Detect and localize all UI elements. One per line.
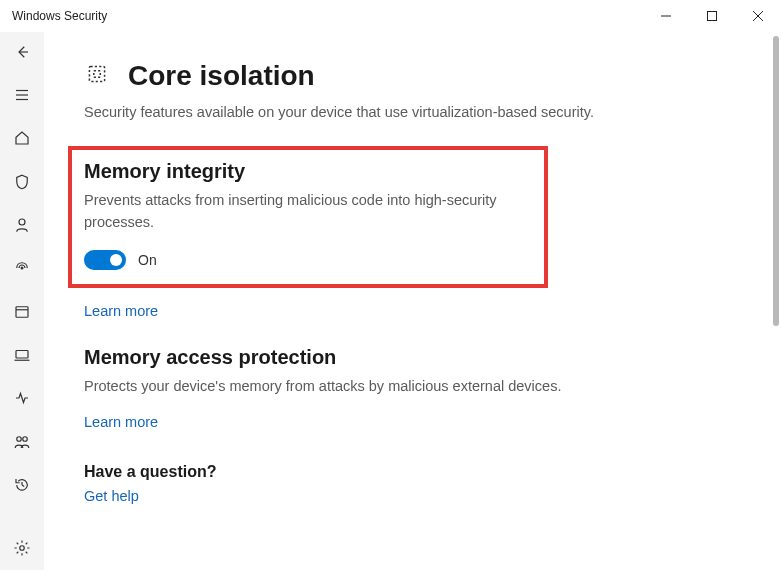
window-controls (643, 0, 781, 32)
app-browser-icon[interactable] (2, 300, 42, 323)
svg-point-8 (19, 219, 25, 225)
memory-access-title: Memory access protection (84, 346, 644, 369)
close-button[interactable] (735, 0, 781, 32)
page-subtitle: Security features available on your devi… (84, 102, 644, 124)
page-title: Core isolation (128, 60, 315, 92)
title-bar: Windows Security (0, 0, 781, 32)
device-security-icon[interactable] (2, 343, 42, 366)
main-content: Core isolation Security features availab… (44, 32, 781, 570)
svg-rect-1 (708, 12, 717, 21)
shield-icon[interactable] (2, 170, 42, 193)
memory-integrity-title: Memory integrity (84, 160, 532, 183)
svg-rect-12 (16, 350, 28, 358)
chip-icon (84, 61, 110, 91)
svg-line-17 (22, 485, 24, 487)
svg-point-18 (20, 546, 25, 551)
scrollbar-track[interactable] (773, 36, 779, 564)
memory-integrity-highlight: Memory integrity Prevents attacks from i… (68, 146, 548, 288)
memory-integrity-desc: Prevents attacks from inserting maliciou… (84, 189, 532, 234)
svg-point-9 (21, 267, 23, 269)
svg-rect-19 (89, 66, 104, 81)
minimize-button[interactable] (643, 0, 689, 32)
settings-icon[interactable] (2, 537, 42, 560)
maximize-button[interactable] (689, 0, 735, 32)
memory-integrity-learn-more-link[interactable]: Learn more (84, 303, 158, 319)
get-help-link[interactable]: Get help (84, 488, 139, 504)
family-icon[interactable] (2, 430, 42, 453)
memory-access-learn-more-link[interactable]: Learn more (84, 414, 158, 430)
sidebar (0, 32, 44, 570)
help-question: Have a question? (84, 463, 741, 481)
performance-icon[interactable] (2, 387, 42, 410)
firewall-icon[interactable] (2, 257, 42, 280)
account-icon[interactable] (2, 213, 42, 236)
menu-button[interactable] (2, 83, 42, 106)
memory-integrity-toggle[interactable] (84, 250, 126, 270)
svg-point-14 (17, 436, 22, 441)
svg-rect-10 (16, 306, 28, 317)
svg-rect-20 (94, 71, 101, 78)
memory-integrity-toggle-label: On (138, 252, 157, 268)
scrollbar-thumb[interactable] (773, 36, 779, 326)
svg-point-15 (23, 436, 28, 441)
memory-access-desc: Protects your device's memory from attac… (84, 375, 644, 397)
history-icon[interactable] (2, 473, 42, 496)
back-button[interactable] (2, 40, 42, 63)
window-title: Windows Security (12, 9, 107, 23)
home-icon[interactable] (2, 127, 42, 150)
